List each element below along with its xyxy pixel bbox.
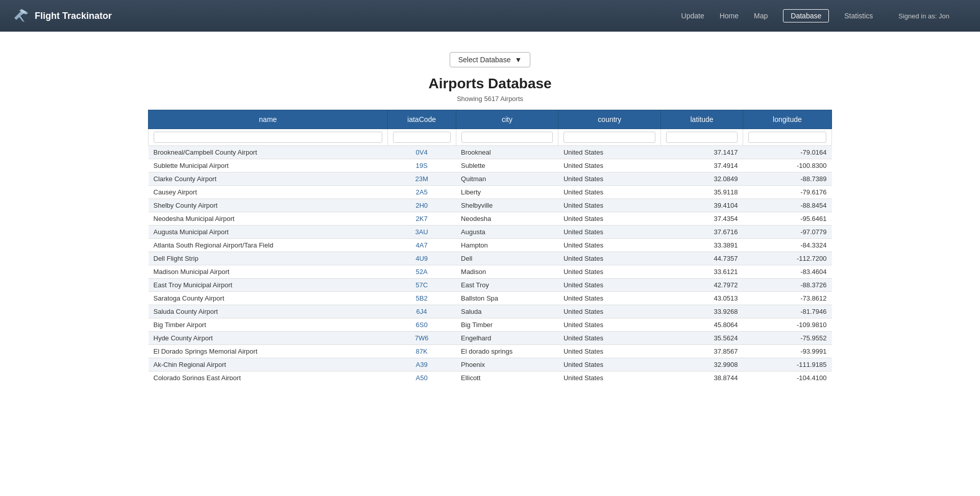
col-header-longitude[interactable]: longitude bbox=[743, 110, 831, 129]
cell-city: Ballston Spa bbox=[456, 292, 558, 305]
cell-iata-code: 2A5 bbox=[387, 186, 456, 199]
iata-link[interactable]: A39 bbox=[416, 361, 428, 368]
select-database-container: Select Database ▼ bbox=[148, 52, 832, 67]
cell-iata-code: 4A7 bbox=[387, 239, 456, 252]
iata-link[interactable]: A50 bbox=[416, 374, 428, 380]
iata-link[interactable]: 2K7 bbox=[416, 215, 428, 222]
cell-city: Phoenix bbox=[456, 358, 558, 371]
nav-map[interactable]: Map bbox=[754, 12, 768, 20]
cell-city: Saluda bbox=[456, 305, 558, 318]
col-header-name[interactable]: name bbox=[149, 110, 388, 129]
cell-country: United States bbox=[558, 265, 661, 279]
cell-city: El dorado springs bbox=[456, 345, 558, 358]
cell-airport-name: Neodesha Municipal Airport bbox=[149, 212, 388, 226]
iata-link[interactable]: 0V4 bbox=[416, 148, 428, 156]
cell-city: Shelbyville bbox=[456, 199, 558, 212]
cell-country: United States bbox=[558, 199, 661, 212]
cell-latitude: 37.4914 bbox=[661, 159, 743, 172]
nav-database[interactable]: Database bbox=[783, 9, 829, 22]
nav-statistics[interactable]: Statistics bbox=[844, 12, 873, 20]
col-header-country[interactable]: country bbox=[558, 110, 661, 129]
cell-airport-name: Causey Airport bbox=[149, 186, 388, 199]
cell-latitude: 38.8744 bbox=[661, 371, 743, 381]
cell-city: Dell bbox=[456, 252, 558, 265]
iata-link[interactable]: 6S0 bbox=[416, 321, 428, 329]
cell-airport-name: Saluda County Airport bbox=[149, 305, 388, 318]
cell-airport-name: Sublette Municipal Airport bbox=[149, 159, 388, 172]
iata-link[interactable]: 87K bbox=[416, 348, 428, 355]
col-header-city[interactable]: city bbox=[456, 110, 558, 129]
iata-link[interactable]: 19S bbox=[416, 162, 428, 169]
cell-airport-name: Big Timber Airport bbox=[149, 318, 388, 332]
cell-latitude: 44.7357 bbox=[661, 252, 743, 265]
iata-link[interactable]: 5B2 bbox=[416, 294, 428, 302]
cell-airport-name: Hyde County Airport bbox=[149, 332, 388, 345]
cell-airport-name: Atlanta South Regional Airport/Tara Fiel… bbox=[149, 239, 388, 252]
cell-longitude: -104.4100 bbox=[743, 371, 831, 381]
cell-iata-code: 52A bbox=[387, 265, 456, 279]
cell-iata-code: 57C bbox=[387, 279, 456, 292]
cell-city: Sublette bbox=[456, 159, 558, 172]
col-header-iata[interactable]: iataCode bbox=[387, 110, 456, 129]
iata-link[interactable]: 7W6 bbox=[415, 334, 429, 342]
cell-iata-code: 87K bbox=[387, 345, 456, 358]
iata-link[interactable]: 52A bbox=[416, 268, 428, 276]
col-header-latitude[interactable]: latitude bbox=[661, 110, 743, 129]
filter-iata-input[interactable] bbox=[393, 132, 451, 143]
cell-latitude: 33.3891 bbox=[661, 239, 743, 252]
filter-row bbox=[149, 129, 832, 146]
table-scroll-area[interactable]: name iataCode city country latitude long… bbox=[148, 110, 832, 380]
airports-table: name iataCode city country latitude long… bbox=[148, 110, 832, 380]
brand-logo[interactable]: Flight Trackinator bbox=[10, 6, 112, 26]
nav-home[interactable]: Home bbox=[720, 12, 739, 20]
cell-latitude: 37.4354 bbox=[661, 212, 743, 226]
cell-longitude: -95.6461 bbox=[743, 212, 831, 226]
cell-latitude: 33.6121 bbox=[661, 265, 743, 279]
filter-lat-input[interactable] bbox=[666, 132, 738, 143]
iata-link[interactable]: 4U9 bbox=[415, 255, 428, 262]
table-row: Causey Airport2A5LibertyUnited States35.… bbox=[149, 186, 832, 199]
cell-iata-code: 6J4 bbox=[387, 305, 456, 318]
cell-latitude: 32.0849 bbox=[661, 172, 743, 186]
iata-link[interactable]: 2H0 bbox=[415, 202, 428, 209]
brand-title: Flight Trackinator bbox=[35, 11, 112, 21]
cell-latitude: 37.8567 bbox=[661, 345, 743, 358]
cell-country: United States bbox=[558, 318, 661, 332]
table-row: East Troy Municipal Airport57CEast TroyU… bbox=[149, 279, 832, 292]
cell-longitude: -112.7200 bbox=[743, 252, 831, 265]
iata-link[interactable]: 57C bbox=[415, 281, 428, 289]
nav-update[interactable]: Update bbox=[681, 12, 704, 20]
cell-iata-code: 2K7 bbox=[387, 212, 456, 226]
filter-city-input[interactable] bbox=[461, 132, 553, 143]
filter-lon-input[interactable] bbox=[748, 132, 826, 143]
cell-longitude: -75.9552 bbox=[743, 332, 831, 345]
table-row: El Dorado Springs Memorial Airport87KEl … bbox=[149, 345, 832, 358]
cell-airport-name: Shelby County Airport bbox=[149, 199, 388, 212]
cell-city: Engelhard bbox=[456, 332, 558, 345]
cell-longitude: -109.9810 bbox=[743, 318, 831, 332]
cell-country: United States bbox=[558, 292, 661, 305]
cell-country: United States bbox=[558, 226, 661, 239]
filter-country-input[interactable] bbox=[564, 132, 655, 143]
cell-longitude: -84.3324 bbox=[743, 239, 831, 252]
cell-city: Brookneal bbox=[456, 146, 558, 159]
table-row: Augusta Municipal Airport3AUAugustaUnite… bbox=[149, 226, 832, 239]
iata-link[interactable]: 3AU bbox=[415, 228, 428, 236]
cell-iata-code: 19S bbox=[387, 159, 456, 172]
iata-link[interactable]: 6J4 bbox=[416, 308, 427, 315]
table-row: Dell Flight Strip4U9DellUnited States44.… bbox=[149, 252, 832, 265]
navbar: Flight Trackinator Update Home Map Datab… bbox=[0, 0, 980, 32]
cell-city: Ellicott bbox=[456, 371, 558, 381]
cell-airport-name: Saratoga County Airport bbox=[149, 292, 388, 305]
cell-latitude: 39.4104 bbox=[661, 199, 743, 212]
iata-link[interactable]: 4A7 bbox=[416, 241, 428, 249]
cell-airport-name: Brookneal/Campbell County Airport bbox=[149, 146, 388, 159]
cell-longitude: -111.9185 bbox=[743, 358, 831, 371]
iata-link[interactable]: 2A5 bbox=[416, 188, 428, 196]
filter-name-input[interactable] bbox=[154, 132, 382, 143]
iata-link[interactable]: 23M bbox=[415, 175, 428, 183]
cell-airport-name: Augusta Municipal Airport bbox=[149, 226, 388, 239]
table-row: Brookneal/Campbell County Airport0V4Broo… bbox=[149, 146, 832, 159]
showing-count: Showing 5617 Airports bbox=[148, 95, 832, 103]
select-database-button[interactable]: Select Database ▼ bbox=[450, 52, 531, 67]
